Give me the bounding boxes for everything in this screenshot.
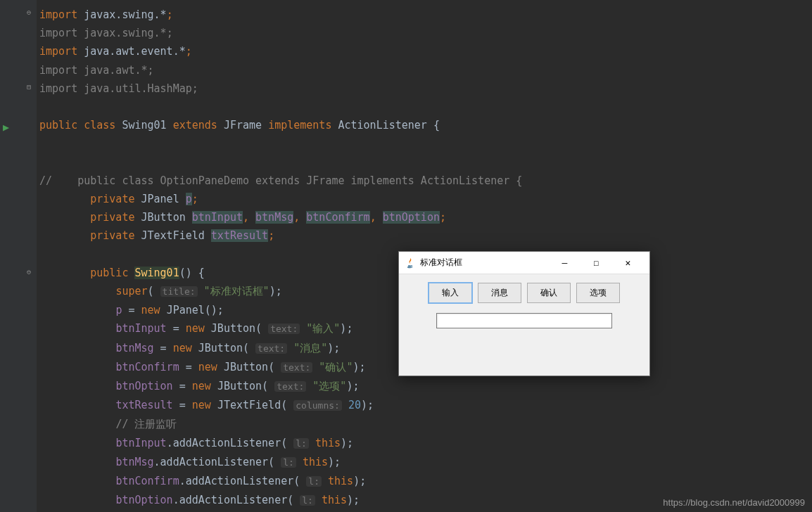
- fold-icon[interactable]: ⊟: [27, 83, 35, 91]
- editor-gutter: ⊖ ⊟ ▶ ⊖: [0, 0, 37, 512]
- watermark: https://blog.csdn.net/david2000999: [663, 497, 805, 508]
- maximize-button[interactable]: ☐: [581, 252, 612, 274]
- run-icon[interactable]: ▶: [3, 121, 11, 129]
- option-button[interactable]: 选项: [576, 283, 620, 303]
- dialog-titlebar[interactable]: 标准对话框 — ☐ ✕: [399, 252, 649, 274]
- fold-icon[interactable]: ⊖: [27, 8, 35, 17]
- button-row: 输入 消息 确认 选项: [429, 283, 620, 303]
- swing-dialog: 标准对话框 — ☐ ✕ 输入 消息 确认 选项: [398, 251, 650, 376]
- dialog-title: 标准对话框: [420, 257, 549, 269]
- dialog-body: 输入 消息 确认 选项: [399, 274, 649, 337]
- confirm-button[interactable]: 确认: [527, 283, 571, 303]
- result-input[interactable]: [436, 313, 612, 328]
- msg-button[interactable]: 消息: [478, 283, 521, 303]
- java-icon: [405, 257, 416, 269]
- input-button[interactable]: 输入: [429, 283, 472, 303]
- fold-icon[interactable]: ⊖: [27, 268, 35, 276]
- minimize-button[interactable]: —: [549, 252, 581, 274]
- close-button[interactable]: ✕: [612, 252, 644, 274]
